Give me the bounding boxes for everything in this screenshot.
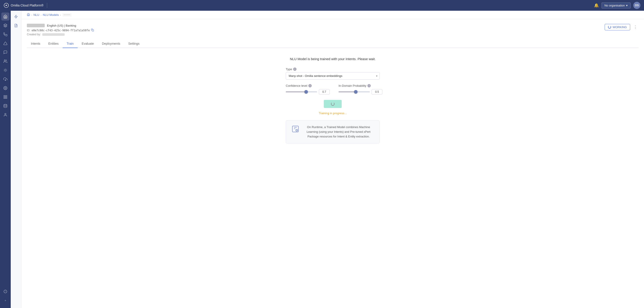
- sidebar-item-home[interactable]: [1, 12, 10, 20]
- user-avatar[interactable]: OS: [633, 2, 640, 9]
- indomain-info-icon[interactable]: i: [368, 84, 371, 87]
- model-name-blur: [27, 24, 45, 27]
- notification-bell-icon[interactable]: 🔔: [594, 3, 599, 8]
- sidebar-expand-button[interactable]: »: [1, 296, 10, 305]
- confidence-slider-group: Confidence level i: [286, 84, 330, 94]
- confidence-slider-track: [286, 91, 317, 92]
- working-label: WORKING: [612, 25, 627, 29]
- model-id-label: ID:: [27, 29, 30, 32]
- sidebar-item-lightbulb[interactable]: [1, 66, 10, 74]
- sidebar-item-settings2[interactable]: [1, 93, 10, 101]
- sidebar-item-layers[interactable]: [1, 21, 10, 29]
- info-card-text: On Runtime, a Trained Model combines Mac…: [303, 125, 374, 139]
- svg-rect-26: [92, 30, 94, 31]
- sidebar-item-triangle[interactable]: [1, 39, 10, 47]
- tab-intents[interactable]: Intents: [27, 39, 44, 48]
- sidebar-item-users[interactable]: [1, 57, 10, 65]
- svg-line-10: [4, 71, 4, 71]
- secondary-note-icon[interactable]: [12, 21, 20, 29]
- main-layout: » › NLU › NLU Models: [0, 11, 644, 308]
- tab-settings[interactable]: Settings: [124, 39, 144, 48]
- nav-divider: [47, 3, 47, 8]
- train-button[interactable]: [324, 100, 342, 108]
- model-subtitle: English (US) | Banking: [47, 24, 76, 27]
- breadcrumb-home[interactable]: [27, 13, 30, 17]
- svg-point-13: [5, 88, 6, 89]
- type-info-icon[interactable]: i: [293, 67, 296, 71]
- sidebar-icons: »: [0, 11, 11, 308]
- train-form: Type i Many-shot - Omilia sentence embed…: [286, 67, 380, 143]
- train-message: NLU Model is being trained with your Int…: [290, 57, 376, 61]
- confidence-slider-thumb[interactable]: [304, 90, 308, 94]
- breadcrumb-sep-2: ›: [41, 14, 42, 16]
- content-area: › NLU › NLU Models › ••••••• English (US…: [22, 11, 644, 308]
- sidebar-item-person[interactable]: [1, 111, 10, 119]
- svg-rect-17: [4, 97, 5, 99]
- sidebar-item-cloud[interactable]: [1, 75, 10, 83]
- svg-rect-16: [6, 97, 7, 99]
- model-header-right: WORKING ⋮: [605, 24, 639, 30]
- tab-deployments[interactable]: Deployments: [98, 39, 124, 48]
- org-selector-button[interactable]: No organisation ▾: [602, 2, 630, 8]
- confidence-label: Confidence level i: [286, 84, 330, 87]
- model-created-label: Created by:: [27, 33, 41, 36]
- sidebar-item-settings[interactable]: [1, 84, 10, 92]
- copy-id-icon[interactable]: [91, 29, 94, 32]
- type-select[interactable]: Many-shot - Omilia sentence embeddings: [286, 72, 380, 80]
- model-title-row: English (US) | Banking: [27, 24, 94, 27]
- svg-marker-23: [14, 15, 18, 18]
- kebab-menu-button[interactable]: ⋮: [632, 24, 639, 30]
- svg-line-7: [6, 71, 7, 71]
- indomain-slider-thumb[interactable]: [354, 90, 358, 94]
- tab-evaluate[interactable]: Evaluate: [78, 39, 98, 48]
- indomain-slider-fill: [338, 91, 356, 92]
- confidence-info-icon[interactable]: i: [308, 84, 312, 87]
- sidebar-item-chat[interactable]: [1, 48, 10, 56]
- model-id-row: ID: e0e7c60c-cf43-425c-9894-ff1a7a1a50fe: [27, 29, 94, 32]
- logo-text: Omilia Cloud Platform®: [11, 3, 44, 7]
- indomain-value-input[interactable]: [372, 89, 382, 94]
- topnav: Omilia Cloud Platform® 🔔 No organisation…: [0, 0, 644, 11]
- page-content: English (US) | Banking ID: e0e7c60c-cf43…: [22, 19, 644, 308]
- avatar-initials: OS: [635, 4, 639, 7]
- breadcrumb-current: •••••••: [62, 13, 72, 17]
- svg-point-2: [4, 60, 6, 61]
- breadcrumb: › NLU › NLU Models › •••••••: [22, 11, 644, 19]
- breadcrumb-nlu-models[interactable]: NLU Models: [43, 13, 59, 16]
- breadcrumb-sep-1: ›: [31, 14, 32, 16]
- indomain-slider-group: In-Domain Probability i: [338, 84, 382, 94]
- type-form-group: Type i Many-shot - Omilia sentence embed…: [286, 67, 380, 80]
- model-info: English (US) | Banking ID: e0e7c60c-cf43…: [27, 24, 94, 36]
- model-id-value: e0e7c60c-cf43-425c-9894-ff1a7a1a50fe: [32, 29, 90, 32]
- breadcrumb-nlu[interactable]: NLU: [34, 13, 39, 16]
- confidence-value-input[interactable]: [319, 89, 330, 94]
- svg-point-19: [5, 113, 6, 115]
- model-header: English (US) | Banking ID: e0e7c60c-cf43…: [27, 24, 639, 36]
- org-label: No organisation: [604, 4, 625, 7]
- model-created-row: Created by: .: [27, 33, 94, 36]
- train-loading-spinner-icon: [331, 102, 334, 106]
- sidebar-secondary: [11, 11, 22, 308]
- confidence-slider-control: [286, 89, 330, 94]
- indomain-slider-control: [338, 89, 382, 94]
- type-label: Type i: [286, 67, 380, 71]
- working-status-button[interactable]: WORKING: [605, 24, 630, 30]
- tab-train[interactable]: Train: [62, 39, 78, 48]
- secondary-nlu-icon[interactable]: [12, 12, 20, 20]
- train-content: NLU Model is being trained with your Int…: [27, 48, 639, 148]
- tab-entities[interactable]: Entities: [44, 39, 62, 48]
- sliders-row: Confidence level i: [286, 84, 380, 94]
- svg-point-3: [4, 69, 6, 71]
- info-card-icon: [291, 125, 300, 135]
- info-card: On Runtime, a Trained Model combines Mac…: [286, 120, 380, 143]
- indomain-label: In-Domain Probability i: [338, 84, 382, 87]
- indomain-slider-track: [338, 91, 370, 92]
- topnav-right: 🔔 No organisation ▾ OS: [594, 2, 640, 9]
- sidebar-item-circle[interactable]: [1, 288, 10, 296]
- sidebar-item-phone[interactable]: [1, 30, 10, 38]
- confidence-slider-fill: [286, 91, 306, 92]
- breadcrumb-sep-3: ›: [60, 14, 61, 16]
- svg-marker-1: [4, 24, 7, 26]
- sidebar-item-database[interactable]: [1, 102, 10, 110]
- tabs-bar: Intents Entities Train Evaluate Deployme…: [27, 39, 639, 48]
